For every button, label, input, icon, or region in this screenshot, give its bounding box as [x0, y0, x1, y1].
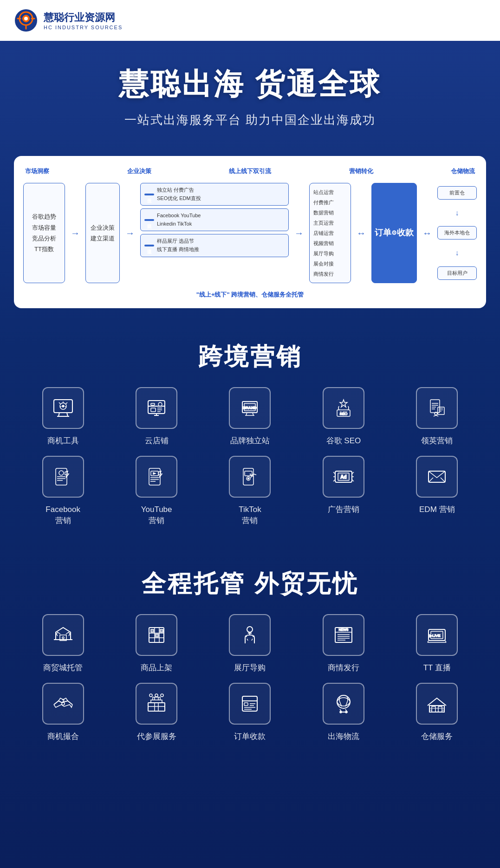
arrow-1: → [69, 183, 82, 283]
label-tiktok: TikTok营销 [239, 504, 261, 526]
label-channels: 线上线下双引流 [229, 167, 271, 175]
item-expo: 代参展服务 [112, 683, 201, 742]
label-opportunity-tool: 商机工具 [47, 435, 79, 447]
svg-rect-71 [156, 634, 158, 637]
item-product-upload: 商品上架 [112, 614, 201, 674]
order-box: 订单 ⚙ 收款 [371, 183, 417, 283]
warehouse-front: 前置仓 [437, 186, 477, 200]
svg-line-74 [247, 639, 248, 641]
flow-main: 谷歌趋势 市场容量 竞品分析 TT指数 → 企业决策 建立渠道 → 线上平台 独… [23, 183, 477, 283]
item-matchmaking: 商机撮合 [19, 683, 107, 742]
svg-point-64 [62, 637, 64, 639]
arrow-4: ↔ [355, 183, 368, 283]
warehouse-col: 前置仓 ↓ 海外本地仓 ↓ 目标用户 [437, 183, 477, 283]
label-live: TT 直播 [423, 662, 451, 674]
svg-point-73 [247, 627, 253, 632]
full-service-grid: 商贸城托管 商品上架 [0, 614, 500, 761]
label-warehouse: 仓储物流 [451, 167, 475, 175]
channels-box: 线上平台 独立站 付费广告SEO优化 EDM直投 社交媒体 Facebook Y… [140, 183, 289, 283]
svg-rect-92 [148, 703, 165, 711]
market-box: 谷歌趋势 市场容量 竞品分析 TT指数 [23, 183, 65, 283]
item-logistics: 出海物流 [299, 683, 388, 742]
item-payment: 订单收款 [206, 683, 294, 742]
item-news-release: NEWS 商情发行 [299, 614, 388, 674]
label-matchmaking: 商机撮合 [47, 731, 79, 742]
svg-text:▶LIVE: ▶LIVE [430, 634, 441, 638]
svg-rect-70 [151, 629, 154, 632]
item-edm: EDM 营销 [393, 456, 481, 526]
label-cloud-shop: 云店铺 [145, 435, 169, 447]
label-warehouse-service: 仓储服务 [421, 731, 453, 742]
arrow-3: → [292, 183, 305, 283]
hero-subtitle: 一站式出海服务平台 助力中国企业出海成功 [19, 112, 481, 128]
item-google-seo: SEO 谷歌 SEO [299, 387, 388, 447]
label-showroom: 展厅导购 [234, 662, 266, 674]
logo-en: HC INDUSTRY SOURCES [44, 25, 123, 30]
warehouse-overseas: 海外本地仓 [437, 226, 477, 240]
news-icon: NEWS [331, 623, 356, 647]
label-decision: 企业决策 [127, 167, 151, 175]
label-logistics: 出海物流 [328, 731, 359, 742]
svg-rect-12 [151, 408, 156, 412]
label-brand-site: 品牌独立站 [230, 435, 270, 447]
payment-icon [238, 692, 262, 716]
seo-icon: SEO [331, 396, 356, 420]
svg-text:BRAND: BRAND [243, 406, 257, 410]
item-cloud-shop: 云店铺 [112, 387, 201, 447]
svg-point-36 [59, 471, 64, 475]
svg-point-110 [340, 711, 342, 713]
label-youtube: YouTube营销 [141, 504, 172, 526]
warehouse-icon [425, 692, 449, 716]
item-ad: Ad 广告营销 [299, 456, 388, 526]
logo-cn: 慧聪行业资源网 [44, 11, 123, 25]
svg-rect-72 [160, 629, 163, 632]
item-live: ▶LIVE TT 直播 [393, 614, 481, 674]
brand-icon: BRAND [238, 396, 262, 420]
ad-icon: Ad [331, 465, 356, 489]
full-service-title: 全程托管 外贸无忧 [0, 544, 500, 614]
svg-marker-42 [153, 473, 156, 474]
handshake-icon [51, 692, 75, 716]
label-payment: 订单收款 [234, 731, 266, 742]
item-linkedin: 领英营销 [393, 387, 481, 447]
arrow-5: ↔ [421, 183, 434, 283]
svg-rect-10 [151, 403, 155, 405]
arrow-2: → [123, 183, 136, 283]
svg-line-61 [441, 478, 445, 482]
header: 慧聪行业资源网 HC INDUSTRY SOURCES [0, 0, 500, 41]
label-news-release: 商情发行 [328, 662, 359, 674]
channel-offline: 线下渠道 样品展厅 选品节线下直播 商情地推 [140, 234, 289, 257]
decision-box: 企业决策 建立渠道 [85, 183, 120, 283]
label-linkedin: 领英营销 [421, 435, 453, 447]
svg-rect-25 [430, 400, 440, 413]
svg-point-49 [248, 478, 249, 479]
flow-footer: "线上+线下" 跨境营销、仓储服务全托管 [23, 291, 477, 299]
svg-point-100 [161, 694, 163, 697]
svg-point-11 [158, 402, 162, 406]
logo-text: 慧聪行业资源网 HC INDUSTRY SOURCES [44, 11, 123, 30]
item-facebook: Facebook营销 [19, 456, 107, 526]
guide-icon [238, 623, 262, 647]
label-google-seo: 谷歌 SEO [326, 435, 361, 447]
flow-diagram: 市场洞察 企业决策 线上线下双引流 营销转化 仓储物流 谷歌趋势 市场容量 竞品… [14, 156, 486, 308]
svg-point-111 [345, 711, 347, 713]
svg-point-108 [337, 695, 350, 708]
item-tiktok: TikTok营销 [206, 456, 294, 526]
logo-icon [14, 8, 38, 32]
svg-point-7 [62, 405, 64, 407]
expo-icon [144, 692, 169, 716]
svg-rect-30 [438, 407, 444, 415]
channel-online: 线上平台 独立站 付费广告SEO优化 EDM直投 [140, 183, 289, 206]
svg-text:Ad: Ad [340, 474, 346, 479]
label-ad: 广告营销 [328, 504, 359, 515]
label-marketing: 营销转化 [349, 167, 373, 175]
svg-point-99 [155, 694, 158, 697]
item-warehouse-service: 仓储服务 [393, 683, 481, 742]
channel-social: 社交媒体 Facebook YouTubeLinkedin TikTok [140, 208, 289, 231]
label-trade-city: 商贸城托管 [43, 662, 83, 674]
label-market: 市场洞察 [25, 167, 49, 175]
trade-icon [51, 623, 75, 647]
svg-rect-113 [432, 706, 435, 712]
item-brand-site: BRAND 品牌独立站 [206, 387, 294, 447]
cross-marketing-title: 跨境营销 [0, 317, 500, 387]
